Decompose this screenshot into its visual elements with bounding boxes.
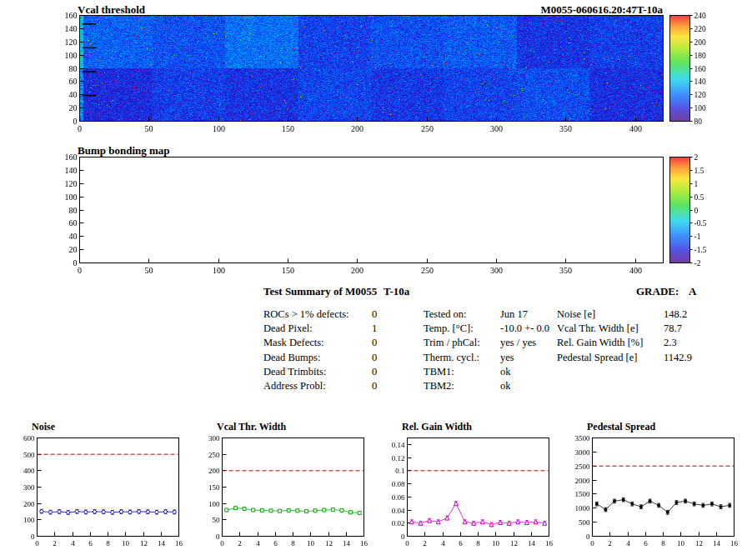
gain-width-plot [379, 432, 555, 556]
summary-label: ROCs > 1% defects: [263, 308, 372, 322]
summary-row: Dead Bumps:0 [263, 351, 430, 365]
summary-label: Pedestal Spread [e] [557, 351, 664, 365]
summary-value: 1142.9 [664, 351, 692, 365]
test-summary: Test Summary of M0055 T-10a GRADE: A ROC… [250, 285, 734, 393]
summary-value: 0 [372, 379, 377, 393]
summary-value: 0 [372, 351, 377, 365]
summary-row: Dead Pixel:1 [263, 322, 430, 336]
summary-row: Temp. [°C]:-10.0 +- 0.0 [424, 322, 565, 336]
summary-value: yes / yes [500, 336, 536, 350]
summary-row: Pedestal Spread [e]1142.9 [557, 351, 724, 365]
pedestal-plot [564, 432, 740, 556]
bump-bonding-figure: Bump bonding map [0, 142, 747, 285]
summary-row: TBM2:ok [424, 379, 565, 393]
vcal-width-panel: Vcal Thr. Width [193, 421, 370, 558]
summary-row: Mask Defects:0 [263, 336, 430, 350]
summary-value: yes [500, 351, 514, 365]
vcal-threshold-heatmap [33, 10, 717, 139]
bump-bonding-map [33, 152, 717, 281]
summary-value: -10.0 +- 0.0 [500, 322, 549, 336]
summary-row: Noise [e]148.2 [557, 308, 724, 322]
gain-width-panel: Rel. Gain Width [379, 421, 555, 558]
summary-label: Trim / phCal: [424, 336, 500, 350]
noise-title: Noise [32, 421, 55, 433]
summary-label: Temp. [°C]: [424, 322, 500, 336]
summary-title: Test Summary of M0055 [263, 285, 377, 298]
pedestal-title: Pedestal Spread [587, 421, 655, 433]
summary-value: 0 [372, 308, 377, 322]
summary-value: 1 [372, 322, 377, 336]
summary-row: ROCs > 1% defects:0 [263, 308, 430, 322]
summary-label: TBM2: [424, 379, 500, 393]
summary-label: Rel. Gain Width [%] [557, 336, 664, 350]
summary-value: 0 [372, 336, 377, 350]
summary-value: ok [500, 365, 511, 379]
summary-row: Trim / phCal:yes / yes [424, 336, 565, 350]
summary-value: 148.2 [664, 308, 687, 322]
summary-label: Dead Trimbits: [263, 365, 372, 379]
summary-label: Address Probl: [263, 379, 372, 393]
summary-value: 78.7 [664, 322, 682, 336]
summary-temp-label: T-10a [384, 285, 409, 298]
summary-row: Tested on:Jun 17 [424, 308, 565, 322]
grade-label: GRADE: [636, 285, 679, 298]
summary-label: TBM1: [424, 365, 500, 379]
summary-value: 0 [372, 365, 377, 379]
conditions-column: Tested on:Jun 17 Temp. [°C]:-10.0 +- 0.0… [424, 308, 565, 393]
summary-value: ok [500, 379, 511, 393]
summary-label: Tested on: [424, 308, 500, 322]
results-column: Noise [e]148.2 Vcal Thr. Width [e]78.7 R… [557, 308, 724, 365]
pedestal-panel: Pedestal Spread [564, 421, 740, 558]
vcal-width-title: Vcal Thr. Width [217, 421, 286, 433]
summary-row: TBM1:ok [424, 365, 565, 379]
summary-label: Vcal Thr. Width [e] [557, 322, 664, 336]
summary-label: Dead Bumps: [263, 351, 372, 365]
summary-row: Dead Trimbits:0 [263, 365, 430, 379]
summary-label: Mask Defects: [263, 336, 372, 350]
defects-column: ROCs > 1% defects:0 Dead Pixel:1 Mask De… [263, 308, 430, 393]
vcal-width-plot [193, 432, 370, 556]
summary-row: Address Probl:0 [263, 379, 430, 393]
summary-value: Jun 17 [500, 308, 528, 322]
summary-row: Rel. Gain Width [%]2.3 [557, 336, 724, 350]
gain-width-title: Rel. Gain Width [402, 421, 472, 433]
summary-label: Dead Pixel: [263, 322, 372, 336]
vcal-threshold-figure: Vcal threshold M0055-060616.20:47T-10a [0, 0, 747, 143]
summary-label: Therm. cycl.: [424, 351, 500, 365]
summary-label: Noise [e] [557, 308, 664, 322]
noise-panel: Noise [8, 421, 185, 558]
summary-row: Vcal Thr. Width [e]78.7 [557, 322, 724, 336]
grade-value: A [689, 285, 696, 298]
noise-plot [8, 432, 185, 556]
summary-row: Therm. cycl.:yes [424, 351, 565, 365]
summary-value: 2.3 [664, 336, 677, 350]
